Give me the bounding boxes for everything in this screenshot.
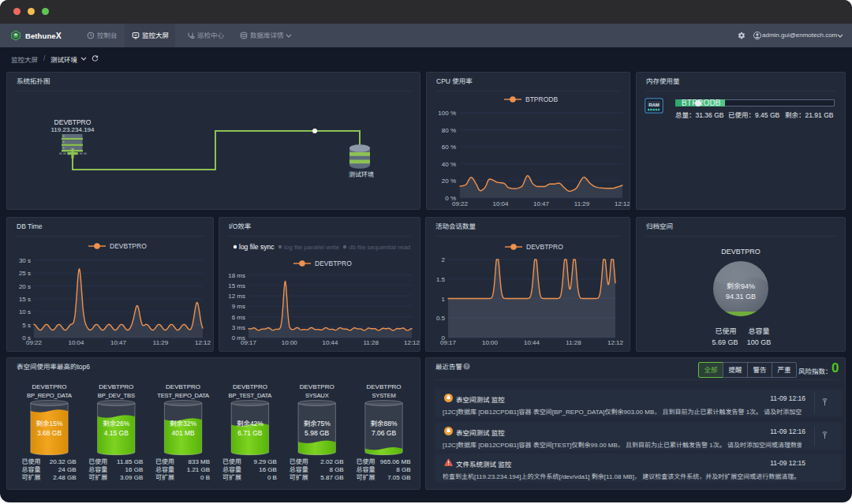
svg-text:4.15 GB: 4.15 GB xyxy=(104,429,129,437)
svg-text:BP_DEV_TBS: BP_DEV_TBS xyxy=(98,392,135,399)
svg-text:db file sequential read: db file sequential read xyxy=(349,244,410,251)
svg-text:DEVBTPRO: DEVBTPRO xyxy=(315,259,352,267)
svg-text:总容量: 总容量 xyxy=(88,466,107,473)
svg-text:18 ms: 18 ms xyxy=(228,272,245,279)
svg-text:DEVBTPRO: DEVBTPRO xyxy=(54,118,92,126)
svg-text:401 MB: 401 MB xyxy=(171,429,195,437)
svg-text:15 s: 15 s xyxy=(19,296,31,303)
svg-text:已使用: 已使用 xyxy=(357,458,376,465)
svg-text:20.32 GB: 20.32 GB xyxy=(50,458,77,465)
svg-text:?: ? xyxy=(465,364,469,369)
svg-text:12:12: 12:12 xyxy=(195,339,211,346)
svg-text:16 GB: 16 GB xyxy=(259,466,277,473)
svg-text:11.85 GB: 11.85 GB xyxy=(117,458,143,465)
svg-text:11:29: 11:29 xyxy=(153,339,169,346)
svg-text:0.5: 0.5 xyxy=(436,315,446,322)
svg-text:RAM: RAM xyxy=(648,103,660,107)
svg-text:总容量: 总容量 xyxy=(22,466,41,473)
svg-text:25 s: 25 s xyxy=(19,270,31,277)
svg-text:2.48 GB: 2.48 GB xyxy=(53,474,76,481)
svg-text:可扩展: 可扩展 xyxy=(22,474,41,481)
svg-text:11:28: 11:28 xyxy=(363,339,379,346)
svg-text:100 GB: 100 GB xyxy=(747,338,772,346)
svg-text:1.21 GB: 1.21 GB xyxy=(187,466,210,473)
svg-text:DEVBTPRO: DEVBTPRO xyxy=(99,383,133,390)
svg-text:剩余32%: 剩余32% xyxy=(170,420,196,427)
svg-text:94.31 GB: 94.31 GB xyxy=(726,293,756,301)
svg-text:833 MB: 833 MB xyxy=(189,458,211,465)
svg-text:测试环境: 测试环境 xyxy=(349,171,374,178)
svg-text:1: 1 xyxy=(442,296,446,303)
svg-text:可扩展: 可扩展 xyxy=(290,474,308,481)
svg-text:可扩展: 可扩展 xyxy=(357,474,376,481)
svg-text:11:28: 11:28 xyxy=(566,339,581,346)
svg-text:DEVBTPRO: DEVBTPRO xyxy=(110,242,147,250)
svg-text:log file sync: log file sync xyxy=(239,243,275,251)
svg-text:10:04: 10:04 xyxy=(68,339,84,346)
svg-text:已使用: 已使用 xyxy=(155,458,174,465)
svg-text:12:12: 12:12 xyxy=(404,339,420,346)
svg-text:24 GB: 24 GB xyxy=(58,466,77,473)
svg-text:TEST_REPO_DATA: TEST_REPO_DATA xyxy=(157,392,210,399)
svg-text:已使用: 已使用 xyxy=(290,458,308,465)
svg-text:16 GB: 16 GB xyxy=(125,466,144,473)
svg-text:10:47: 10:47 xyxy=(533,200,550,207)
svg-text:0 B: 0 B xyxy=(200,474,210,481)
svg-text:20 %: 20 % xyxy=(442,177,456,185)
svg-text:5.98 GB: 5.98 GB xyxy=(305,429,330,437)
svg-text:总容量: 总容量 xyxy=(155,466,174,473)
svg-text:30 s: 30 s xyxy=(19,257,31,264)
svg-text:BP_TEST_DATA: BP_TEST_DATA xyxy=(229,392,273,399)
svg-text:5.69 GB: 5.69 GB xyxy=(712,338,738,346)
svg-text:3.68 GB: 3.68 GB xyxy=(37,429,62,437)
svg-text:09:22: 09:22 xyxy=(26,339,43,346)
svg-text:10:44: 10:44 xyxy=(524,339,540,346)
svg-text:剩余88%: 剩余88% xyxy=(370,420,397,427)
svg-text:可扩展: 可扩展 xyxy=(155,474,174,481)
svg-text:5.87 GB: 5.87 GB xyxy=(320,474,343,481)
svg-text:09:17: 09:17 xyxy=(440,339,457,346)
svg-text:6 ms: 6 ms xyxy=(232,314,245,321)
svg-text:log file parallel write: log file parallel write xyxy=(284,244,340,251)
svg-text:剩余26%: 剩余26% xyxy=(103,420,129,427)
svg-text:可扩展: 可扩展 xyxy=(222,474,241,481)
svg-text:60 %: 60 % xyxy=(442,144,456,151)
svg-text:10 s: 10 s xyxy=(19,308,31,315)
svg-text:20 s: 20 s xyxy=(19,283,31,290)
svg-text:8 GB: 8 GB xyxy=(396,466,410,473)
svg-text:DEVBTPRO: DEVBTPRO xyxy=(526,243,563,251)
svg-text:总容量: 总容量 xyxy=(748,327,769,335)
svg-text:80 %: 80 % xyxy=(442,127,456,134)
svg-text:总容量: 总容量 xyxy=(357,466,376,473)
svg-text:DEVBTPRO: DEVBTPRO xyxy=(233,383,267,390)
svg-text:10:00: 10:00 xyxy=(482,339,499,346)
svg-text:总容量: 总容量 xyxy=(222,466,241,473)
svg-text:965.06 MB: 965.06 MB xyxy=(380,458,411,465)
svg-text:5 s: 5 s xyxy=(22,322,31,329)
svg-text:2.02 GB: 2.02 GB xyxy=(320,458,343,465)
svg-text:15 ms: 15 ms xyxy=(228,282,245,289)
svg-text:BP_REPO_DATA: BP_REPO_DATA xyxy=(27,392,73,399)
svg-text:12:12: 12:12 xyxy=(607,339,624,346)
svg-text:SYSAUX: SYSAUX xyxy=(305,392,329,399)
svg-text:40 %: 40 % xyxy=(442,161,456,168)
svg-text:3 ms: 3 ms xyxy=(232,324,245,331)
svg-text:6.71 GB: 6.71 GB xyxy=(237,429,263,437)
svg-text:0 B: 0 B xyxy=(267,474,277,481)
svg-text:总容量: 总容量 xyxy=(290,466,308,473)
svg-text:DEVBTPRO: DEVBTPRO xyxy=(366,383,401,390)
svg-text:100 %: 100 % xyxy=(438,110,456,117)
svg-text:9.29 GB: 9.29 GB xyxy=(254,458,277,465)
svg-text:7.06 GB: 7.06 GB xyxy=(372,429,397,437)
svg-text:12:12: 12:12 xyxy=(615,200,630,207)
svg-text:10:00: 10:00 xyxy=(282,339,298,346)
svg-text:剩余42%: 剩余42% xyxy=(237,420,263,427)
svg-text:剩余94%: 剩余94% xyxy=(727,282,755,290)
svg-text:9 ms: 9 ms xyxy=(232,303,245,310)
svg-text:3.09 GB: 3.09 GB xyxy=(120,474,143,481)
svg-text:BTPRODB: BTPRODB xyxy=(525,95,558,103)
svg-text:已使用: 已使用 xyxy=(715,327,736,335)
svg-text:8 GB: 8 GB xyxy=(329,466,343,473)
svg-text:12 ms: 12 ms xyxy=(228,293,245,300)
svg-text:剩余15%: 剩余15% xyxy=(36,420,62,427)
